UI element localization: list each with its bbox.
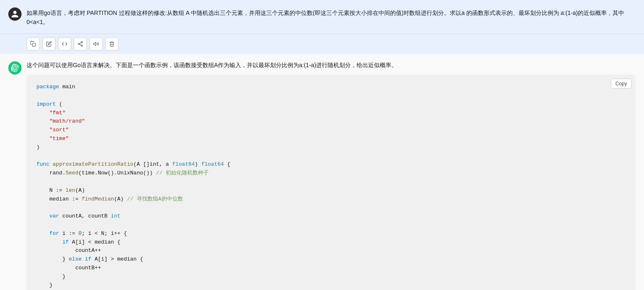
delete-button[interactable] bbox=[105, 37, 118, 51]
svg-point-3 bbox=[81, 45, 83, 46]
edit-button[interactable] bbox=[42, 37, 55, 51]
user-message-text: 如果用go语言，考虑对 PARTITION 过程做这样的修改:从数组 A 中随机… bbox=[27, 7, 636, 27]
assistant-message: 这个问题可以使用Go语言来解决。下面是一个函数示例，该函数接受数组A作为输入，并… bbox=[0, 54, 644, 290]
svg-point-2 bbox=[78, 43, 80, 45]
code-icon bbox=[62, 41, 68, 47]
assistant-content: 这个问题可以使用Go语言来解决。下面是一个函数示例，该函数接受数组A作为输入，并… bbox=[27, 60, 636, 290]
audio-button[interactable] bbox=[89, 37, 103, 51]
openai-icon bbox=[11, 64, 19, 72]
message-toolbar bbox=[0, 34, 644, 54]
assistant-intro-text: 这个问题可以使用Go语言来解决。下面是一个函数示例，该函数接受数组A作为输入，并… bbox=[27, 60, 636, 70]
user-message: 如果用go语言，考虑对 PARTITION 过程做这样的修改:从数组 A 中随机… bbox=[0, 0, 644, 34]
edit-icon bbox=[46, 41, 52, 47]
code-copy-button[interactable]: Copy bbox=[611, 79, 632, 89]
share-icon bbox=[77, 41, 83, 47]
delete-icon bbox=[109, 41, 115, 47]
svg-line-4 bbox=[80, 44, 81, 45]
copy-button[interactable] bbox=[27, 37, 40, 51]
chat-container: 如果用go语言，考虑对 PARTITION 过程做这样的修改:从数组 A 中随机… bbox=[0, 0, 644, 290]
copy-icon bbox=[30, 41, 36, 47]
audio-icon bbox=[93, 41, 99, 47]
user-icon bbox=[11, 10, 19, 18]
share-button[interactable] bbox=[74, 37, 87, 51]
svg-marker-6 bbox=[94, 42, 96, 46]
assistant-avatar bbox=[8, 61, 22, 75]
code-content: package main import ( "fmt" "math/rand" … bbox=[27, 75, 636, 290]
code-block: Copy package main import ( "fmt" "math/r… bbox=[27, 75, 636, 290]
code-button[interactable] bbox=[58, 37, 71, 51]
svg-point-1 bbox=[81, 41, 83, 43]
user-avatar bbox=[8, 7, 22, 21]
svg-line-5 bbox=[80, 43, 81, 44]
svg-rect-0 bbox=[32, 43, 36, 46]
